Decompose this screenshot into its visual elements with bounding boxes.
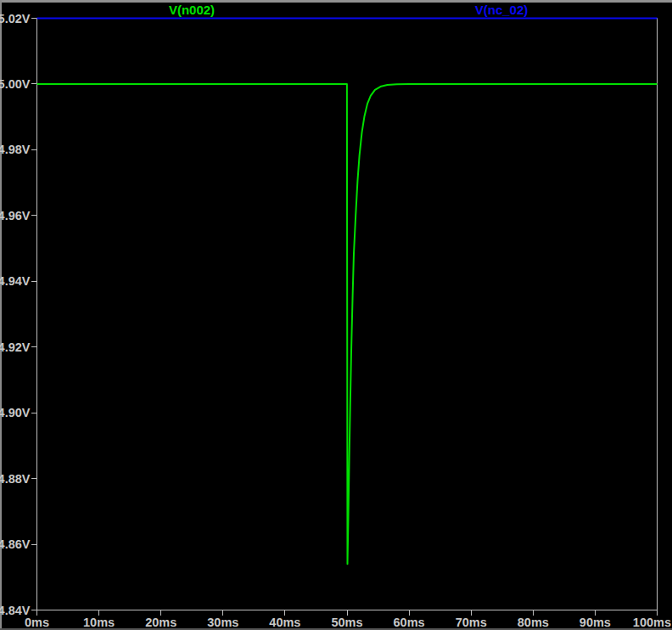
x-axis-tick-label: 30ms xyxy=(207,616,238,629)
x-axis-tick-label: 70ms xyxy=(456,616,487,629)
trace-vn002[interactable] xyxy=(37,84,658,564)
y-axis-tick-label: 5.02V xyxy=(0,12,31,25)
x-axis-tick-label: 100ms xyxy=(633,616,671,629)
y-axis-tick-label: 5.00V xyxy=(0,77,31,91)
y-axis-tick-label: 4.86V xyxy=(0,537,31,551)
y-axis-tick-label: 4.88V xyxy=(0,472,31,486)
x-axis-tick-label: 10ms xyxy=(83,616,115,629)
x-axis-tick-label: 50ms xyxy=(331,616,362,629)
waveform-plot-area[interactable]: 5.02V5.00V4.98V4.96V4.94V4.92V4.90V4.88V… xyxy=(0,0,672,630)
x-axis-tick-label: 40ms xyxy=(269,616,300,629)
x-axis-tick-label: 80ms xyxy=(518,616,549,629)
waveform-viewer-pane: V(n002) V(nc_02) 5.02V5.00V4.98V4.96V4.9… xyxy=(0,0,672,630)
y-axis-tick-label: 4.94V xyxy=(0,274,31,288)
x-axis-tick-label: 20ms xyxy=(145,616,176,629)
y-axis-tick-label: 4.90V xyxy=(0,406,31,419)
x-axis-tick-label: 60ms xyxy=(394,616,425,629)
y-axis-tick-label: 4.96V xyxy=(0,209,31,222)
y-axis-tick-label: 4.98V xyxy=(0,143,31,156)
y-axis-tick-label: 4.92V xyxy=(0,340,31,354)
x-axis-tick-label: 0ms xyxy=(25,616,49,629)
x-axis-tick-label: 90ms xyxy=(580,616,611,629)
